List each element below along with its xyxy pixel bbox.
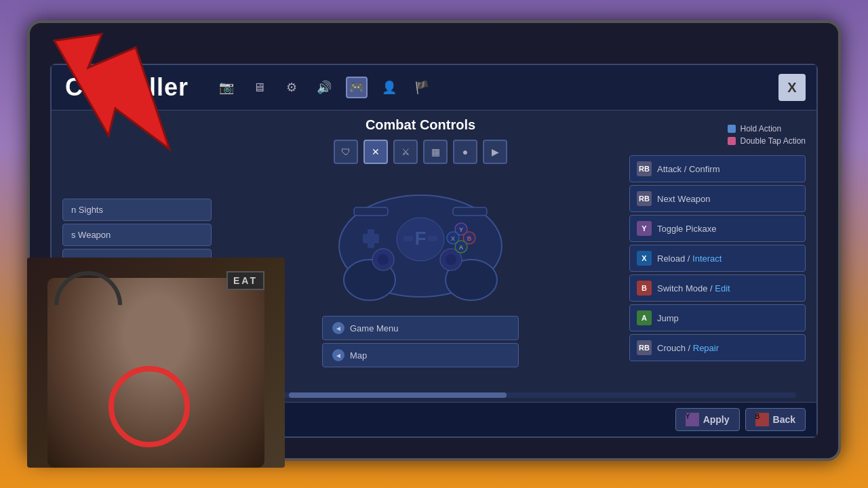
rb-icon-2: RB: [637, 191, 652, 206]
right-panel: Hold Action Double Tap Action RB Attack …: [629, 117, 806, 386]
left-item-sights[interactable]: n Sights: [62, 199, 212, 221]
mode-icon-combat[interactable]: ✕: [363, 140, 388, 164]
svg-point-8: [378, 254, 389, 265]
svg-rect-20: [453, 207, 487, 216]
svg-text:A: A: [459, 244, 464, 251]
svg-text:B: B: [467, 235, 472, 242]
left-item-weapon[interactable]: s Weapon: [62, 224, 212, 246]
interact-highlight: Interact: [692, 253, 722, 264]
svg-rect-22: [428, 236, 437, 241]
bottom-center-buttons: ◄ Game Menu ◄ Map: [322, 316, 519, 367]
header-icons: 📷 🖥 ⚙ 🔊 🎮 👤 🏴: [216, 77, 433, 98]
crouch-repair-button[interactable]: RB Crouch / Repair: [629, 334, 806, 361]
next-weapon-button[interactable]: RB Next Weapon: [629, 185, 806, 212]
toggle-pickaxe-button[interactable]: Y Toggle Pickaxe: [629, 215, 806, 242]
svg-point-10: [446, 254, 456, 265]
back-button[interactable]: B Back: [745, 408, 806, 431]
close-button[interactable]: X: [778, 74, 806, 101]
legend: Hold Action Double Tap Action: [728, 124, 806, 146]
attack-confirm-label: Attack / Confirm: [657, 164, 719, 174]
map-icon: ◄: [332, 349, 344, 361]
mode-icons-row: 🛡 ✕ ⚔ ▦ ● ▶: [334, 140, 507, 164]
double-tap-legend: Double Tap Action: [728, 136, 806, 146]
jump-label: Jump: [657, 313, 679, 323]
controller-graphic: F Y X: [326, 175, 515, 310]
next-weapon-label: Next Weapon: [657, 194, 711, 204]
rb-icon-3: RB: [637, 340, 652, 355]
back-label: Back: [773, 414, 795, 425]
switch-mode-button[interactable]: B Switch Mode / Edit: [629, 274, 806, 302]
y-icon: Y: [637, 221, 652, 236]
game-menu-icon: ◄: [332, 322, 344, 334]
gear-settings-icon[interactable]: ⚙: [281, 77, 302, 98]
headphones: [54, 271, 122, 305]
mode-icon-grid[interactable]: ▦: [423, 140, 448, 164]
mode-icon-sword[interactable]: ⚔: [393, 140, 418, 164]
mode-icon-circle[interactable]: ●: [453, 140, 477, 164]
svg-text:X: X: [451, 235, 455, 242]
video-settings-icon[interactable]: 📷: [216, 77, 237, 98]
svg-rect-19: [354, 207, 388, 216]
reload-interact-label: Reload / Interact: [657, 253, 722, 264]
jump-button[interactable]: A Jump: [629, 304, 806, 331]
game-menu-button[interactable]: ◄ Game Menu: [322, 316, 519, 340]
edit-highlight: Edit: [715, 283, 730, 293]
map-button[interactable]: ◄ Map: [322, 343, 519, 367]
crouch-repair-label: Crouch / Repair: [657, 343, 719, 353]
hold-action-label: Hold Action: [740, 124, 781, 134]
svg-rect-6: [363, 234, 379, 243]
svg-marker-23: [54, 34, 170, 149]
svg-text:Y: Y: [459, 226, 463, 233]
audio-settings-icon[interactable]: 🔊: [313, 77, 335, 98]
accessibility-settings-icon[interactable]: 🏴: [411, 77, 433, 98]
red-circle-highlight: [108, 366, 190, 447]
b-icon: B: [637, 281, 652, 296]
mode-icon-play[interactable]: ▶: [483, 140, 507, 164]
map-label: Map: [350, 350, 367, 361]
reload-interact-button[interactable]: X Reload / Interact: [629, 245, 806, 272]
eat-sign: EAT: [226, 271, 264, 290]
account-settings-icon[interactable]: 👤: [378, 77, 400, 98]
scroll-thumb: [289, 392, 506, 398]
section-title: Combat Controls: [366, 117, 475, 133]
back-b-icon: B: [755, 413, 769, 426]
double-tap-label: Double Tap Action: [740, 136, 806, 146]
svg-text:F: F: [414, 228, 426, 249]
attack-confirm-button[interactable]: RB Attack / Confirm: [629, 155, 806, 182]
controller-settings-icon[interactable]: 🎮: [346, 77, 368, 98]
x-icon: X: [637, 251, 652, 266]
switch-mode-label: Switch Mode / Edit: [657, 283, 730, 293]
arrow-overlay: [47, 27, 183, 163]
apply-y-icon: Y: [686, 413, 699, 426]
double-tap-dot: [728, 137, 736, 145]
rb-icon: RB: [637, 161, 652, 176]
hold-action-legend: Hold Action: [728, 124, 806, 134]
game-menu-label: Game Menu: [350, 323, 399, 333]
monitor-settings-icon[interactable]: 🖥: [248, 77, 270, 98]
apply-button[interactable]: Y Apply: [675, 408, 740, 431]
hold-action-dot: [728, 125, 736, 133]
repair-highlight: Repair: [693, 343, 719, 353]
apply-label: Apply: [703, 414, 730, 425]
toggle-pickaxe-label: Toggle Pickaxe: [657, 224, 716, 234]
mode-icon-shield[interactable]: 🛡: [334, 140, 358, 164]
a-icon: A: [637, 310, 652, 325]
svg-rect-21: [403, 236, 413, 241]
